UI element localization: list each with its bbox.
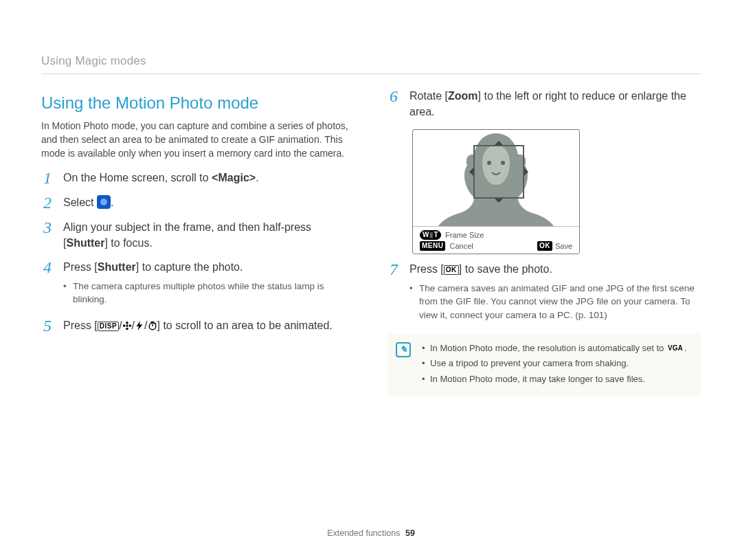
intro-paragraph: In Motion Photo mode, you can capture an… [41, 120, 355, 160]
macro-icon [122, 319, 132, 328]
divider [41, 74, 701, 74]
menu-icon: MENU [420, 241, 445, 251]
cancel-label: Cancel [449, 241, 473, 251]
step-body: Align your subject in the frame, and the… [63, 219, 355, 251]
save-label: Save [555, 241, 572, 251]
steps-list-right-top: 6Rotate [Zoom] to the left or right to r… [387, 88, 701, 120]
step-body: Select . [63, 194, 355, 210]
arrow-right-icon [524, 168, 532, 176]
motion-photo-mode-icon [97, 195, 111, 209]
ok-icon: OK [537, 241, 552, 251]
step-body: Press [DISP///] to scroll to an area to … [63, 317, 355, 333]
note-item: In Motion Photo mode, it may take longer… [422, 373, 690, 385]
step: 1On the Home screen, scroll to <Magic>. [41, 170, 355, 186]
content-columns: Using the Motion Photo mode In Motion Ph… [41, 88, 701, 396]
note-item: Use a tripod to prevent your camera from… [422, 357, 690, 370]
camera-screen-illustration: W▮T Frame Size MENU Cancel OK Save [412, 129, 701, 254]
svg-point-4 [128, 324, 131, 327]
step-sublist: The camera saves an animated GIF and one… [409, 282, 701, 322]
manual-page: Using Magic modes Using the Motion Photo… [0, 0, 742, 560]
left-column: Using the Motion Photo mode In Motion Ph… [41, 88, 355, 396]
step-number: 2 [41, 194, 54, 211]
timer-icon [148, 319, 157, 328]
camera-screen-footer: W▮T Frame Size MENU Cancel OK Save [413, 226, 579, 254]
arrow-up-icon [495, 137, 503, 145]
step-body: Press [Shutter] to capture the photo.The… [63, 259, 355, 309]
arrow-down-icon [495, 199, 503, 207]
step: 2Select . [41, 194, 355, 211]
svg-rect-7 [150, 322, 154, 323]
step-number: 1 [41, 170, 54, 186]
page-footer: Extended functions 59 [0, 528, 742, 539]
svg-point-3 [122, 324, 125, 327]
step-number: 6 [387, 88, 400, 104]
step-number: 3 [41, 219, 54, 236]
note-box: ✎ In Motion Photo mode, the resolution i… [387, 334, 701, 396]
breadcrumb: Using Magic modes [41, 54, 701, 69]
steps-list-right-bottom: 7Press [OK] to save the photo.The camera… [387, 261, 701, 324]
note-item: In Motion Photo mode, the resolution is … [422, 342, 690, 355]
footer-section: Extended functions [327, 528, 400, 538]
step-body: Press [OK] to save the photo.The camera … [409, 261, 701, 324]
step-sublist: The camera captures multiple photos whil… [63, 280, 355, 306]
footer-page-number: 59 [405, 528, 415, 538]
step-body: On the Home screen, scroll to <Magic>. [63, 170, 355, 186]
svg-point-0 [126, 324, 128, 327]
vga-glyph: VGA [666, 344, 684, 352]
flash-icon [135, 319, 144, 328]
section-title: Using the Motion Photo mode [41, 92, 355, 114]
step: 7Press [OK] to save the photo.The camera… [387, 261, 701, 324]
step: 4Press [Shutter] to capture the photo.Th… [41, 259, 355, 309]
step: 6Rotate [Zoom] to the left or right to r… [387, 88, 701, 120]
step-number: 4 [41, 259, 54, 276]
step-number: 5 [41, 317, 54, 334]
arrow-left-icon [465, 168, 473, 176]
steps-list-left: 1On the Home screen, scroll to <Magic>.2… [41, 170, 355, 334]
step: 5Press [DISP///] to scroll to an area to… [41, 317, 355, 334]
notes-list: In Motion Photo mode, the resolution is … [422, 342, 690, 385]
step-subitem: The camera captures multiple photos whil… [63, 280, 355, 306]
right-column: 6Rotate [Zoom] to the left or right to r… [387, 88, 701, 396]
camera-screen: W▮T Frame Size MENU Cancel OK Save [412, 129, 580, 254]
frame-size-label: Frame Size [445, 230, 484, 240]
svg-point-1 [126, 322, 128, 324]
ok-glyph: OK [444, 265, 459, 275]
selection-frame [473, 145, 524, 199]
step-body: Rotate [Zoom] to the left or right to re… [409, 88, 701, 120]
wt-icon: W▮T [420, 230, 441, 240]
step-number: 7 [387, 261, 400, 278]
step-subitem: The camera saves an animated GIF and one… [409, 282, 701, 322]
svg-point-2 [126, 327, 128, 330]
step: 3Align your subject in the frame, and th… [41, 219, 355, 251]
note-icon: ✎ [396, 342, 411, 357]
disp-glyph: DISP [98, 322, 119, 331]
